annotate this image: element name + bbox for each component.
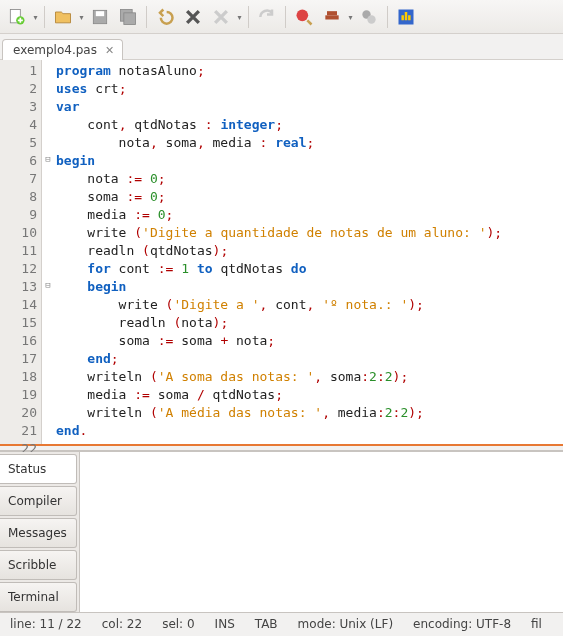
main-toolbar: ▾ ▾ ▾ ▾ [0,0,563,34]
svg-point-10 [367,15,375,23]
close-button[interactable] [180,4,206,30]
fold-marker [42,114,54,132]
fold-marker [42,258,54,276]
save-button[interactable] [87,4,113,30]
bottom-panel: StatusCompilerMessagesScribbleTerminal [0,451,563,612]
svg-rect-7 [325,15,338,19]
file-tab[interactable]: exemplo4.pas ✕ [2,39,123,60]
panel-tab-messages[interactable]: Messages [0,518,77,548]
code-line[interactable]: cont, qtdNotas : integer; [56,116,563,134]
line-number: 6 [0,152,37,170]
status-file: fil [521,617,552,631]
code-line[interactable]: end; [56,350,563,368]
line-number: 2 [0,80,37,98]
code-line[interactable]: for cont := 1 to qtdNotas do [56,260,563,278]
delete-button[interactable] [208,4,234,30]
code-line[interactable]: soma := 0; [56,188,563,206]
svg-point-6 [297,9,309,21]
fold-marker [42,294,54,312]
code-line[interactable]: readln (nota); [56,314,563,332]
code-line[interactable]: var [56,98,563,116]
code-line[interactable]: write ('Digite a quantidade de notas de … [56,224,563,242]
panel-tab-terminal[interactable]: Terminal [0,582,77,612]
build-dropdown[interactable]: ▾ [347,11,354,22]
editor-tabs: exemplo4.pas ✕ [0,34,563,60]
code-line[interactable]: writeln ('A soma das notas: ', soma:2:2)… [56,368,563,386]
fold-gutter[interactable]: ⊟⊟ [42,60,54,444]
status-enc[interactable]: encoding: UTF-8 [403,617,521,631]
new-file-dropdown[interactable]: ▾ [32,11,39,22]
code-line[interactable]: readln (qtdNotas); [56,242,563,260]
status-ins[interactable]: INS [205,617,245,631]
line-number: 3 [0,98,37,116]
close-tab-icon[interactable]: ✕ [103,44,116,57]
line-number: 1 [0,62,37,80]
fold-marker [42,240,54,258]
panel-tabs: StatusCompilerMessagesScribbleTerminal [0,452,80,612]
tab-label: exemplo4.pas [13,43,97,57]
line-number: 7 [0,170,37,188]
line-number: 18 [0,368,37,386]
line-number: 11 [0,242,37,260]
code-line[interactable]: media := soma / qtdNotas; [56,386,563,404]
status-tab[interactable]: TAB [245,617,288,631]
undo-button[interactable] [152,4,178,30]
status-col: col: 22 [92,617,152,631]
code-line[interactable]: nota := 0; [56,170,563,188]
code-line[interactable]: begin [56,152,563,170]
fold-marker[interactable]: ⊟ [42,150,54,168]
build-button[interactable] [319,4,345,30]
code-line[interactable]: nota, soma, media : real; [56,134,563,152]
fold-marker [42,78,54,96]
code-line[interactable]: soma := soma + nota; [56,332,563,350]
code-line[interactable]: media := 0; [56,206,563,224]
code-editor[interactable]: 12345678910111213141516171819202122 ⊟⊟ p… [0,60,563,446]
code-line[interactable]: write ('Digite a ', cont, 'º nota.: '); [56,296,563,314]
fold-marker[interactable]: ⊟ [42,276,54,294]
run-button[interactable] [291,4,317,30]
save-all-button[interactable] [115,4,141,30]
fold-marker [42,186,54,204]
new-file-button[interactable] [4,4,30,30]
line-number: 13 [0,278,37,296]
code-line[interactable]: uses crt; [56,80,563,98]
line-number: 14 [0,296,37,314]
fold-marker [42,348,54,366]
panel-tab-scribble[interactable]: Scribble [0,550,77,580]
line-number: 21 [0,422,37,440]
code-line[interactable]: program notasAluno; [56,62,563,80]
line-number: 17 [0,350,37,368]
line-number: 12 [0,260,37,278]
panel-tab-status[interactable]: Status [0,454,77,484]
settings-button[interactable] [356,4,382,30]
fold-marker [42,96,54,114]
fold-marker [42,168,54,186]
open-file-button[interactable] [50,4,76,30]
line-number: 5 [0,134,37,152]
line-number: 8 [0,188,37,206]
line-number: 9 [0,206,37,224]
open-file-dropdown[interactable]: ▾ [78,11,85,22]
svg-rect-5 [124,12,136,24]
code-line[interactable]: begin [56,278,563,296]
recent-dropdown[interactable]: ▾ [236,11,243,22]
stop-button[interactable] [393,4,419,30]
status-line: line: 11 / 22 [0,617,92,631]
status-bar: line: 11 / 22 col: 22 sel: 0 INS TAB mod… [0,612,563,634]
code-area[interactable]: program notasAluno;uses crt;var cont, qt… [54,60,563,444]
fold-marker [42,222,54,240]
code-line[interactable]: end. [56,422,563,440]
svg-rect-3 [96,11,104,16]
line-gutter: 12345678910111213141516171819202122 [0,60,42,444]
fold-marker [42,312,54,330]
fold-marker [42,60,54,78]
redo-button[interactable] [254,4,280,30]
fold-marker [42,132,54,150]
svg-rect-8 [327,11,337,15]
code-line[interactable]: writeln ('A média das notas: ', media:2:… [56,404,563,422]
fold-marker [42,384,54,402]
panel-tab-compiler[interactable]: Compiler [0,486,77,516]
fold-marker [42,330,54,348]
line-number: 19 [0,386,37,404]
status-mode[interactable]: mode: Unix (LF) [288,617,403,631]
